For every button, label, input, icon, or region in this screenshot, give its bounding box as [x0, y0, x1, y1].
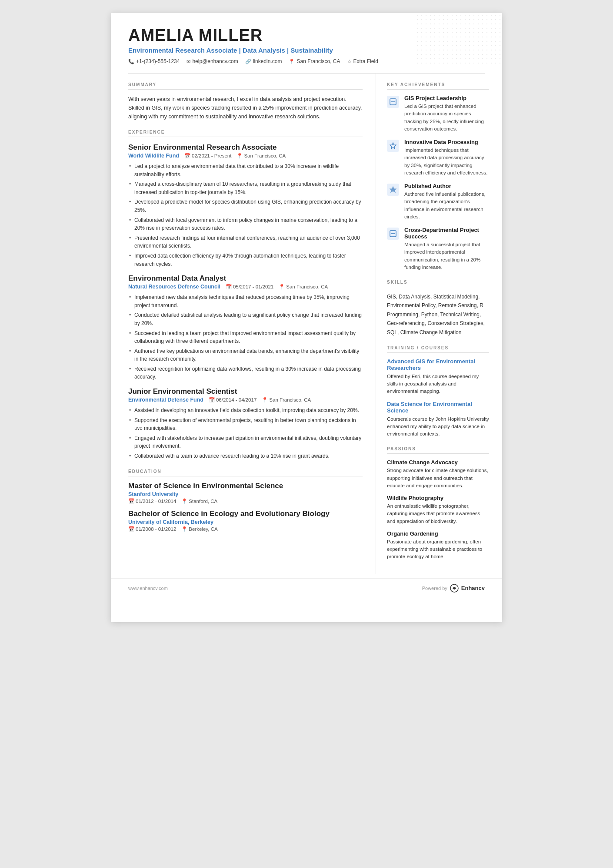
enhancv-brand-name: Enhancv — [461, 585, 485, 591]
linkedin-icon: 🔗 — [245, 59, 251, 64]
enhancv-icon — [450, 584, 459, 593]
passion-desc-1: Strong advocate for climate change solut… — [387, 467, 489, 489]
bullet-item: Succeeded in leading a team project that… — [128, 329, 363, 345]
education-section-title: EDUCATION — [128, 469, 363, 476]
calendar-icon-edu-2: 📅 — [128, 526, 134, 532]
education-item-2: Bachelor of Science in Ecology and Evolu… — [128, 509, 363, 532]
achievement-content-1: GIS Project Leadership Led a GIS project… — [404, 95, 489, 133]
footer: www.enhancv.com Powered by Enhancv — [111, 578, 502, 598]
bullet-item: Led a project to analyze environmental d… — [128, 162, 363, 178]
institution-2: University of California, Berkeley — [128, 519, 363, 525]
education-item-1: Master of Science in Environmental Scien… — [128, 482, 363, 504]
achievement-content-2: Innovative Data Processing Implemented t… — [404, 139, 489, 177]
job-title-1: Senior Environmental Research Associate — [128, 143, 363, 152]
phone-contact: 📞 +1-(234)-555-1234 — [128, 58, 180, 64]
skills-section-title: SKILLS — [387, 280, 489, 287]
right-column: KEY ACHIEVEMENTS GIS Project Leadership … — [376, 74, 502, 574]
bullet-item: Implemented new data analysis techniques… — [128, 293, 363, 309]
location-1: 📍 San Francisco, CA — [237, 153, 286, 159]
achievement-item-4: Cross-Departmental Project Success Manag… — [387, 227, 489, 271]
achievement-item-3: Published Author Authored five influenti… — [387, 183, 489, 221]
passion-title-1: Climate Change Advocacy — [387, 459, 489, 466]
left-column: SUMMARY With seven years in environmenta… — [111, 74, 376, 574]
training-item-2: Data Science for Environmental Science C… — [387, 401, 489, 438]
edu-meta-2: 📅 01/2008 - 01/2012 📍 Berkeley, CA — [128, 526, 363, 532]
passion-item-3: Organic Gardening Passionate about organ… — [387, 530, 489, 561]
achievements-section-title: KEY ACHIEVEMENTS — [387, 82, 489, 90]
edu-date-2: 📅 01/2008 - 01/2012 — [128, 526, 176, 532]
location-icon: 📍 — [289, 59, 295, 64]
passion-item-1: Climate Change Advocacy Strong advocate … — [387, 459, 489, 489]
job-bullets-3: Assisted in developing an innovative fie… — [128, 406, 363, 460]
bullet-item: Assisted in developing an innovative fie… — [128, 406, 363, 415]
bullet-item: Supported the execution of environmental… — [128, 416, 363, 432]
calendar-icon-3: 📅 — [209, 397, 215, 403]
star-icon: ☆ — [347, 59, 352, 64]
company-3: Environmental Defense Fund — [128, 397, 203, 403]
job-meta-2: Natural Resources Defense Council 📅 05/2… — [128, 284, 363, 290]
footer-website: www.enhancv.com — [128, 586, 168, 591]
passion-desc-2: An enthusiastic wildlife photographer, c… — [387, 503, 489, 525]
linkedin-contact: 🔗 linkedin.com — [245, 58, 282, 64]
bullet-item: Conducted detailed statistical analysis … — [128, 311, 363, 327]
passions-section-title: PASSIONS — [387, 446, 489, 454]
summary-section-title: SUMMARY — [128, 82, 363, 90]
job-bullets-2: Implemented new data analysis techniques… — [128, 293, 363, 381]
calendar-icon-edu-1: 📅 — [128, 498, 134, 504]
achievement-title-3: Published Author — [404, 183, 489, 189]
date-1: 📅 02/2021 - Present — [184, 153, 231, 159]
achievement-item-1: GIS Project Leadership Led a GIS project… — [387, 95, 489, 133]
achievement-desc-4: Managed a successful project that improv… — [404, 241, 489, 271]
bullet-item: Collaborated with a team to advance rese… — [128, 452, 363, 460]
achievement-icon-3 — [387, 184, 399, 196]
passion-desc-3: Passionate about organic gardening, ofte… — [387, 538, 489, 561]
achievement-item-2: Innovative Data Processing Implemented t… — [387, 139, 489, 177]
bullet-item: Authored five key publications on enviro… — [128, 347, 363, 363]
bullet-item: Presented research findings at four inte… — [128, 234, 363, 250]
location-contact: 📍 San Francisco, CA — [289, 58, 340, 64]
achievement-title-4: Cross-Departmental Project Success — [404, 227, 489, 240]
achievement-icon-2 — [387, 140, 399, 152]
phone-icon: 📞 — [128, 59, 134, 64]
company-1: World Wildlife Fund — [128, 153, 179, 159]
achievement-content-4: Cross-Departmental Project Success Manag… — [404, 227, 489, 271]
training-desc-1: Offered by Esri, this course deepened my… — [387, 373, 489, 395]
job-item: Environmental Data Analyst Natural Resou… — [128, 274, 363, 381]
institution-1: Stanford University — [128, 491, 363, 497]
training-item-1: Advanced GIS for Environmental Researche… — [387, 358, 489, 395]
header: AMELIA MILLER Environmental Research Ass… — [111, 13, 502, 73]
bullet-item: Collaborated with local government to in… — [128, 216, 363, 232]
achievement-desc-1: Led a GIS project that enhanced predicti… — [404, 103, 489, 133]
email-icon: ✉ — [187, 59, 190, 64]
achievement-icon-1 — [387, 96, 399, 108]
main-content: SUMMARY With seven years in environmenta… — [111, 74, 502, 574]
candidate-subtitle: Environmental Research Associate | Data … — [128, 47, 485, 54]
achievement-content-3: Published Author Authored five influenti… — [404, 183, 489, 221]
passion-item-2: Wildlife Photography An enthusiastic wil… — [387, 495, 489, 525]
passion-title-2: Wildlife Photography — [387, 495, 489, 501]
job-meta-1: World Wildlife Fund 📅 02/2021 - Present … — [128, 153, 363, 159]
svg-marker-2 — [390, 143, 396, 149]
calendar-icon-1: 📅 — [184, 153, 190, 159]
training-desc-2: Coursera's course by John Hopkins Univer… — [387, 416, 489, 438]
achievement-icon-4 — [387, 228, 399, 240]
achievement-title-1: GIS Project Leadership — [404, 95, 489, 101]
training-section-title: TRAINING / COURSES — [387, 345, 489, 353]
location-icon-2: 📍 — [279, 284, 285, 290]
location-icon-1: 📍 — [237, 153, 243, 159]
bullet-item: Developed a predictive model for species… — [128, 198, 363, 214]
achievement-desc-2: Implemented techniques that increased da… — [404, 147, 489, 177]
company-2: Natural Resources Defense Council — [128, 284, 220, 290]
edu-meta-1: 📅 01/2012 - 01/2014 📍 Stanford, CA — [128, 498, 363, 504]
passion-title-3: Organic Gardening — [387, 530, 489, 537]
location-2: 📍 San Francisco, CA — [279, 284, 328, 290]
location-icon-edu-1: 📍 — [181, 498, 187, 504]
location-icon-3: 📍 — [262, 397, 268, 403]
achievement-title-2: Innovative Data Processing — [404, 139, 489, 145]
footer-brand: Powered by Enhancv — [422, 584, 485, 593]
degree-2: Bachelor of Science in Ecology and Evolu… — [128, 509, 363, 518]
edu-date-1: 📅 01/2012 - 01/2014 — [128, 498, 176, 504]
candidate-name: AMELIA MILLER — [128, 26, 485, 45]
job-bullets-1: Led a project to analyze environmental d… — [128, 162, 363, 268]
training-title-2: Data Science for Environmental Science — [387, 401, 489, 414]
